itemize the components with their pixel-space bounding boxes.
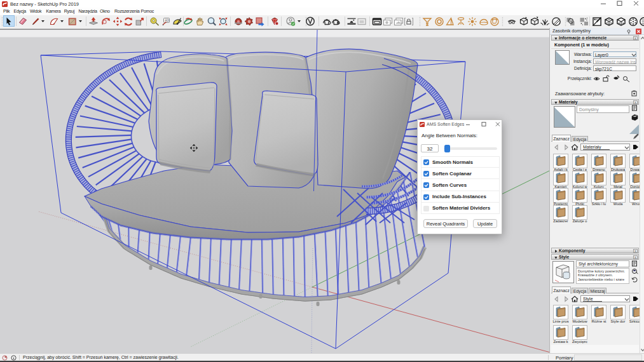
svg-text:A3: A3 — [165, 18, 169, 22]
